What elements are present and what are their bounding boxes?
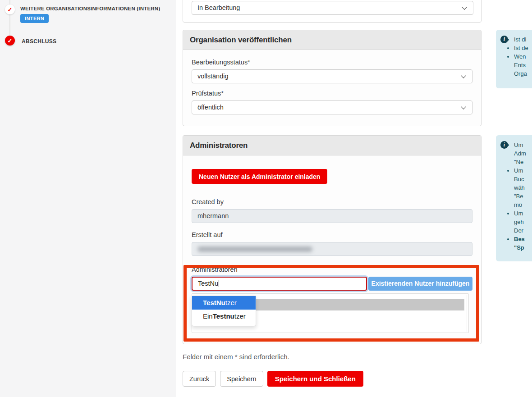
info-box-administrators: i Um Adm "Ne Um Buc wäh "Be mö Um geh De…: [496, 135, 532, 261]
info-icon: i: [500, 36, 508, 43]
pruefstatus-value: öffentlich: [197, 104, 224, 111]
info-box-publish: i Ist di Ist de Wen Ents Orga: [496, 30, 532, 88]
pruefstatus-label: Prüfstatus*: [192, 90, 472, 97]
created-by-label: Created by: [192, 198, 472, 205]
status-select[interactable]: In Bearbeitung: [192, 1, 473, 15]
admin-search-input-value: TestNu: [198, 280, 218, 287]
suggestion-eintestnutzer[interactable]: EinTestnutzer: [192, 310, 256, 323]
save-button[interactable]: Speichern: [220, 371, 263, 387]
section-title: Administratoren: [183, 136, 481, 155]
autocomplete-dropdown: TestNutzer EinTestnutzer: [192, 296, 256, 326]
created-at-field: [192, 242, 472, 256]
info-list: Um Adm "Ne Um Buc wäh "Be mö Um geh Der …: [514, 141, 532, 252]
info-item: Ist di: [514, 35, 532, 44]
administrators-label: Administratoren: [192, 266, 472, 273]
required-fields-note: Felder mit einem * sind erforderlich.: [183, 353, 289, 360]
form-actions: Zurück Speichern Speichern und Schließen: [183, 371, 363, 387]
step-label[interactable]: ABSCHLUSS: [22, 38, 56, 45]
invite-new-admin-button[interactable]: Neuen Nutzer als Administrator einladen: [192, 169, 327, 184]
suggestion-testnutzer[interactable]: TestNutzer: [192, 296, 256, 310]
bearbeitungsstatus-select[interactable]: vollständig: [192, 69, 472, 83]
info-icon: i: [500, 141, 508, 149]
wizard-sidebar: ✓ WEITERE ORGANISATIONSINFORMATIONEN (IN…: [0, 0, 176, 397]
info-item: Um Adm "Ne: [514, 141, 532, 166]
section-title: Organisation veröffentlichen: [183, 30, 481, 50]
step-check-icon: ✓: [5, 36, 15, 46]
back-button[interactable]: Zurück: [183, 371, 216, 387]
publish-section-body: Bearbeitungsstatus* vollständig Prüfstat…: [183, 50, 481, 128]
status-panel: In Bearbeitung: [183, 0, 482, 23]
redacted-value: [197, 246, 312, 252]
info-item: Um geh Der: [514, 209, 532, 235]
page: ✓ WEITERE ORGANISATIONSINFORMATIONEN (IN…: [0, 0, 532, 397]
admin-search-row: TestNu Existierenden Nutzer hinzufügen: [192, 277, 472, 291]
created-at-label: Erstellt auf: [192, 231, 472, 238]
bearbeitungsstatus-value: vollständig: [197, 73, 229, 80]
publish-section: Organisation veröffentlichen Bearbeitung…: [183, 30, 482, 126]
text-caret: [219, 280, 219, 287]
bearbeitungsstatus-label: Bearbeitungsstatus*: [192, 59, 472, 66]
info-item: Bes "Sp: [514, 235, 532, 252]
created-by-field: mhermann: [192, 209, 472, 223]
info-item: Ist de: [514, 44, 532, 52]
intern-badge: INTERN: [20, 14, 49, 23]
step-label[interactable]: WEITERE ORGANISATIONSINFORMATIONEN (INTE…: [20, 6, 160, 11]
info-item: Um Buc wäh "Be mö: [514, 166, 532, 209]
add-existing-user-button[interactable]: Existierenden Nutzer hinzufügen: [368, 277, 472, 291]
step-check-icon: ✓: [5, 5, 15, 14]
pruefstatus-select[interactable]: öffentlich: [192, 100, 472, 114]
info-list: Ist di Ist de Wen Ents Orga: [514, 35, 532, 78]
admin-search-input[interactable]: TestNu: [192, 277, 367, 291]
status-select-value: In Bearbeitung: [197, 4, 240, 11]
info-item: Wen Ents Orga: [514, 52, 532, 78]
save-and-close-button[interactable]: Speichern und Schließen: [267, 371, 363, 387]
